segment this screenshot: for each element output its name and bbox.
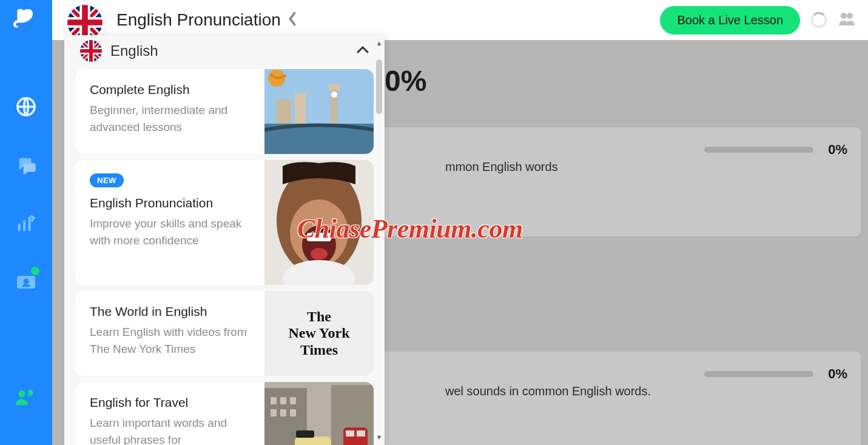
svg-point-6 <box>841 13 847 19</box>
svg-rect-36 <box>296 430 314 438</box>
lesson-description: mmon English words <box>445 160 844 174</box>
svg-point-3 <box>18 390 25 397</box>
course-dropdown: English Complete English Beginner, inter… <box>64 35 385 445</box>
svg-point-7 <box>847 13 853 19</box>
loading-spinner-icon <box>811 12 827 28</box>
chat-icon[interactable] <box>14 153 38 177</box>
svg-rect-41 <box>357 430 365 437</box>
lesson-progress-value: 0% <box>828 142 847 158</box>
course-thumbnail: The New York Times <box>264 291 374 376</box>
scroll-down-icon[interactable]: ▼ <box>375 433 383 441</box>
course-title: English Pronunciation <box>90 196 251 210</box>
course-thumbnail <box>264 160 374 285</box>
course-description: Learn English with videos from The New Y… <box>90 324 251 357</box>
left-nav-rail <box>0 0 52 445</box>
svg-rect-40 <box>346 430 354 437</box>
profile-icon[interactable] <box>838 11 856 29</box>
lesson-description: wel sounds in common English words. <box>445 384 844 398</box>
svg-rect-31 <box>271 409 277 417</box>
svg-rect-30 <box>290 397 296 404</box>
svg-rect-32 <box>280 409 286 417</box>
svg-rect-35 <box>295 437 331 445</box>
course-card-english-pronunciation[interactable]: NEW English Pronunciation Improve your s… <box>75 160 374 285</box>
svg-rect-29 <box>280 397 286 404</box>
lesson-card[interactable]: 0% wel sounds in common English words. <box>307 352 861 445</box>
course-thumbnail <box>264 382 374 445</box>
svg-point-16 <box>331 92 337 98</box>
course-description: Improve your skills and speak with more … <box>90 215 251 249</box>
svg-rect-33 <box>290 409 296 417</box>
page-title: English Pronunciation <box>116 10 281 30</box>
scrollbar-thumb[interactable] <box>376 59 382 114</box>
globe-icon[interactable] <box>14 95 38 119</box>
course-title: Complete English <box>90 82 251 97</box>
svg-rect-22 <box>307 233 331 241</box>
svg-point-23 <box>311 248 328 260</box>
community-icon[interactable] <box>14 384 38 409</box>
lesson-progress-bar <box>704 147 813 153</box>
lesson-progress-value: 0% <box>828 366 847 382</box>
top-header: English Pronunciation Book a Live Lesson <box>52 0 868 40</box>
course-thumbnail <box>264 69 374 154</box>
nyt-logo-text: The New York Times <box>288 309 349 359</box>
overall-progress-value: 0% <box>385 64 426 98</box>
course-title: English for Travel <box>90 395 251 410</box>
uk-flag-icon <box>80 40 102 62</box>
app-logo[interactable] <box>12 5 41 34</box>
svg-rect-13 <box>295 93 306 124</box>
live-lesson-icon[interactable] <box>14 269 38 293</box>
back-button[interactable] <box>287 12 298 28</box>
course-title: The World in English <box>90 304 251 319</box>
stats-icon[interactable] <box>14 211 38 235</box>
svg-rect-15 <box>329 84 340 90</box>
scroll-up-icon[interactable]: ▲ <box>375 39 383 47</box>
svg-rect-12 <box>277 99 291 124</box>
notification-dot-icon <box>31 267 39 275</box>
svg-point-2 <box>24 279 29 284</box>
course-card-english-for-travel[interactable]: English for Travel Learn important words… <box>75 382 374 445</box>
dropdown-language-header[interactable]: English <box>75 35 374 69</box>
lesson-card[interactable]: 0% mmon English words <box>307 127 861 236</box>
book-live-lesson-button[interactable]: Book a Live Lesson <box>660 6 800 35</box>
course-card-world-in-english[interactable]: The World in English Learn English with … <box>75 291 374 376</box>
course-description: Beginner, intermediate and advanced less… <box>90 102 251 135</box>
course-card-complete-english[interactable]: Complete English Beginner, intermediate … <box>75 69 374 154</box>
dropdown-scrollbar[interactable]: ▲ ▼ <box>375 41 383 439</box>
chevron-up-icon[interactable] <box>357 45 369 56</box>
new-badge: NEW <box>90 173 124 187</box>
course-description: Learn important words and useful phrases… <box>90 415 251 445</box>
dropdown-language-label: English <box>110 42 348 59</box>
lesson-progress-bar <box>704 371 813 377</box>
svg-rect-28 <box>271 397 277 404</box>
